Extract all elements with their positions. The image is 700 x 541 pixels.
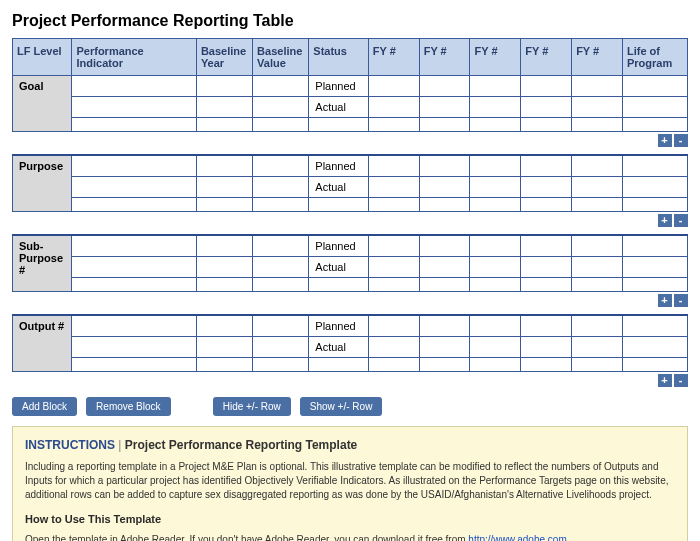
data-cell[interactable] [521,198,572,212]
data-cell[interactable] [309,278,368,292]
data-cell[interactable] [622,257,687,278]
data-cell[interactable] [622,155,687,177]
lf-level-cell[interactable]: Sub-Purpose # [13,235,72,292]
data-cell[interactable] [521,278,572,292]
data-cell[interactable] [572,198,623,212]
lf-level-cell[interactable]: Goal [13,76,72,132]
data-cell[interactable] [72,155,196,177]
data-cell[interactable] [419,358,470,372]
data-cell[interactable] [368,155,419,177]
minus-icon[interactable]: - [674,214,688,227]
data-cell[interactable] [253,315,309,337]
data-cell[interactable] [419,118,470,132]
data-cell[interactable] [419,177,470,198]
data-cell[interactable] [72,358,196,372]
data-cell[interactable] [196,235,252,257]
data-cell[interactable] [196,337,252,358]
data-cell[interactable] [470,278,521,292]
data-cell[interactable] [72,257,196,278]
data-cell[interactable] [521,337,572,358]
data-cell[interactable] [253,76,309,97]
data-cell[interactable] [368,257,419,278]
data-cell[interactable] [572,278,623,292]
data-cell[interactable] [72,76,196,97]
data-cell[interactable] [419,155,470,177]
data-cell[interactable] [622,358,687,372]
data-cell[interactable] [72,337,196,358]
data-cell[interactable] [572,97,623,118]
plus-icon[interactable]: + [658,374,672,387]
data-cell[interactable] [622,278,687,292]
data-cell[interactable] [572,177,623,198]
data-cell[interactable] [622,97,687,118]
data-cell[interactable] [622,76,687,97]
data-cell[interactable] [419,337,470,358]
adobe-link[interactable]: http://www.adobe.com [468,534,566,541]
data-cell[interactable] [470,358,521,372]
data-cell[interactable] [521,155,572,177]
lf-level-cell[interactable]: Purpose [13,155,72,212]
data-cell[interactable] [521,235,572,257]
data-cell[interactable] [572,155,623,177]
plus-icon[interactable]: + [658,214,672,227]
data-cell[interactable] [368,177,419,198]
data-cell[interactable] [419,278,470,292]
data-cell[interactable] [368,235,419,257]
data-cell[interactable] [470,97,521,118]
data-cell[interactable] [521,257,572,278]
data-cell[interactable] [309,118,368,132]
data-cell[interactable] [72,235,196,257]
data-cell[interactable] [419,76,470,97]
data-cell[interactable] [368,118,419,132]
data-cell[interactable] [622,337,687,358]
data-cell[interactable] [419,235,470,257]
hide-pm-row-button[interactable]: Hide +/- Row [213,397,291,416]
data-cell[interactable] [470,337,521,358]
data-cell[interactable] [72,97,196,118]
data-cell[interactable] [196,97,252,118]
minus-icon[interactable]: - [674,134,688,147]
data-cell[interactable] [572,358,623,372]
data-cell[interactable] [572,337,623,358]
data-cell[interactable] [309,198,368,212]
data-cell[interactable] [521,118,572,132]
data-cell[interactable] [572,118,623,132]
data-cell[interactable] [470,76,521,97]
data-cell[interactable] [470,177,521,198]
data-cell[interactable] [622,315,687,337]
data-cell[interactable] [196,198,252,212]
data-cell[interactable] [368,278,419,292]
minus-icon[interactable]: - [674,294,688,307]
lf-level-cell[interactable]: Output # [13,315,72,372]
data-cell[interactable] [470,235,521,257]
data-cell[interactable] [470,198,521,212]
data-cell[interactable] [368,358,419,372]
data-cell[interactable] [253,97,309,118]
data-cell[interactable] [622,198,687,212]
data-cell[interactable] [253,257,309,278]
plus-icon[interactable]: + [658,294,672,307]
data-cell[interactable] [309,358,368,372]
data-cell[interactable] [253,177,309,198]
data-cell[interactable] [572,235,623,257]
data-cell[interactable] [419,315,470,337]
data-cell[interactable] [368,76,419,97]
data-cell[interactable] [521,358,572,372]
data-cell[interactable] [622,118,687,132]
minus-icon[interactable]: - [674,374,688,387]
plus-icon[interactable]: + [658,134,672,147]
remove-block-button[interactable]: Remove Block [86,397,170,416]
data-cell[interactable] [72,177,196,198]
data-cell[interactable] [368,337,419,358]
add-block-button[interactable]: Add Block [12,397,77,416]
data-cell[interactable] [196,278,252,292]
data-cell[interactable] [253,337,309,358]
data-cell[interactable] [253,358,309,372]
data-cell[interactable] [521,76,572,97]
show-pm-row-button[interactable]: Show +/- Row [300,397,383,416]
data-cell[interactable] [368,198,419,212]
data-cell[interactable] [521,315,572,337]
data-cell[interactable] [253,235,309,257]
data-cell[interactable] [419,198,470,212]
data-cell[interactable] [622,235,687,257]
